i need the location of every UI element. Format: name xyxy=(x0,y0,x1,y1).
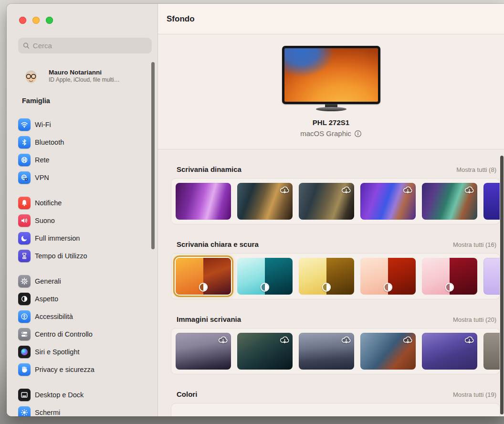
display-preview: PHL 272S1 macOS Graphic xyxy=(282,46,380,138)
profile-name: Mauro Notarianni xyxy=(49,68,120,76)
nav-group-connectivity: Wi-Fi Bluetooth Re xyxy=(7,116,158,186)
thumbnail-shelf-dynamic xyxy=(171,178,500,224)
sidebar-item-label: Siri e Spotlight xyxy=(35,348,80,356)
hourglass-icon xyxy=(18,250,31,262)
thumbnail-shelf-pictures xyxy=(171,328,500,374)
sidebar-item-desktop-e-dock[interactable]: Desktop e Dock xyxy=(7,386,158,403)
show-all-link[interactable]: Mostra tutti (16) xyxy=(453,241,496,248)
sidebar-item-aspetto[interactable]: Aspetto xyxy=(7,290,158,307)
close-button[interactable] xyxy=(19,17,26,24)
sidebar-item-label: Generali xyxy=(35,277,61,285)
sidebar-item-siri-e-spotlight[interactable]: Siri e Spotlight xyxy=(7,343,158,360)
zoom-button[interactable] xyxy=(46,17,53,24)
sidebar-item-bluetooth[interactable]: Bluetooth xyxy=(7,133,158,151)
nav-group-focus: Notifiche Suono xyxy=(7,194,158,265)
show-all-link[interactable]: Mostra tutti (20) xyxy=(453,316,496,323)
auto-appearance-icon xyxy=(383,282,393,292)
sidebar-item-accessibilita[interactable]: Accessibilità xyxy=(7,307,158,325)
sidebar-item-suono[interactable]: Suono xyxy=(7,212,158,229)
sidebar-item-full-immersion[interactable]: Full immersion xyxy=(7,229,158,247)
wallpaper-thumb-catalina-day[interactable] xyxy=(237,183,293,220)
nav-group-desktop: Desktop e Dock Schermi xyxy=(7,386,158,416)
wallpaper-thumb-ventura-selected[interactable] xyxy=(176,258,231,295)
sidebar-item-vpn[interactable]: VPN xyxy=(7,169,158,186)
show-all-link[interactable]: Mostra tutti (19) xyxy=(453,391,496,398)
sidebar-item-label: Centro di Controllo xyxy=(35,330,93,338)
wallpaper-thumb-aerial-coast[interactable] xyxy=(237,333,293,370)
show-all-link[interactable]: Mostra tutti (8) xyxy=(456,166,496,173)
sidebar-item-label: Full immersion xyxy=(35,234,80,242)
gear-icon xyxy=(18,275,31,287)
search-field[interactable] xyxy=(18,38,152,53)
speaker-icon xyxy=(18,214,31,227)
nav-group-general: Generali Aspetto xyxy=(7,272,158,378)
section-header-immagini-scrivania: Immagini scrivania Mostra tutti (20) xyxy=(177,315,496,323)
sidebar-item-centro-di-controllo[interactable]: Centro di Controllo xyxy=(7,325,158,343)
siri-icon xyxy=(18,346,31,358)
cloud-download-icon xyxy=(279,334,290,345)
wallpaper-thumb-pink-crimson[interactable] xyxy=(422,258,477,295)
sidebar-item-generali[interactable]: Generali xyxy=(7,272,158,290)
wallpaper-thumb-coastal-cliffs[interactable] xyxy=(360,333,416,370)
auto-appearance-icon xyxy=(260,282,270,292)
content-scrollbar[interactable] xyxy=(500,156,504,414)
wallpaper-thumb-cliffs-teal[interactable] xyxy=(422,183,477,220)
main-pane: Sfondo PHL 272S1 macOS Graphic xyxy=(158,4,504,416)
accessibility-icon xyxy=(18,310,31,323)
sidebar-item-label: Accessibilità xyxy=(35,313,73,320)
apple-id-profile[interactable]: Mauro Notarianni ID Apple, iCloud, file … xyxy=(20,65,149,87)
sidebar-item-privacy-e-sicurezza[interactable]: Privacy e sicurezza xyxy=(7,360,158,378)
display-brightness-icon xyxy=(18,406,31,417)
wallpaper-thumb-partial[interactable] xyxy=(483,333,500,370)
minimize-button[interactable] xyxy=(32,17,40,24)
info-icon[interactable] xyxy=(354,130,362,138)
section-header-scrivania-dinamica: Scrivania dinamica Mostra tutti (8) xyxy=(177,165,496,173)
sidebar-item-schermi[interactable]: Schermi xyxy=(7,403,158,416)
desktop-dock-icon xyxy=(18,389,31,401)
wallpaper-thumb-misty-mountains[interactable] xyxy=(176,333,231,370)
sidebar-item-label: Desktop e Dock xyxy=(35,391,84,399)
wallpaper-thumb-cyan[interactable] xyxy=(237,258,293,295)
monitor-stand-base xyxy=(316,107,346,111)
contrast-icon xyxy=(18,293,31,305)
cloud-download-icon xyxy=(341,334,352,345)
section-title: Scrivania chiara e scura xyxy=(177,240,259,248)
wallpaper-thumb-purple-rock[interactable] xyxy=(422,333,477,370)
wallpaper-scroll-area: Scrivania dinamica Mostra tutti (8) xyxy=(158,149,504,416)
display-mode-row: macOS Graphic xyxy=(282,129,380,138)
wallpaper-thumb-partial[interactable] xyxy=(483,258,500,295)
section-title: Immagini scrivania xyxy=(177,315,241,323)
display-model: PHL 272S1 xyxy=(282,118,380,127)
window-controls xyxy=(19,17,53,24)
sidebar-scrollbar[interactable] xyxy=(151,62,155,249)
thumbnail-shelf-light-dark xyxy=(171,253,500,299)
sidebar-item-label: Aspetto xyxy=(35,295,58,303)
sidebar-item-wifi[interactable]: Wi-Fi xyxy=(7,116,158,133)
pointer-caret xyxy=(326,149,336,154)
wallpaper-thumb-catalina-dark[interactable] xyxy=(299,183,354,220)
auto-appearance-icon xyxy=(322,282,332,292)
wallpaper-thumb-canyon-purple[interactable] xyxy=(360,183,416,220)
sidebar-item-famiglia[interactable]: Famiglia xyxy=(22,97,50,105)
wallpaper-thumb-monterey[interactable] xyxy=(176,183,231,220)
sidebar-item-notifiche[interactable]: Notifiche xyxy=(7,194,158,212)
system-settings-window: Mauro Notarianni ID Apple, iCloud, file … xyxy=(7,4,504,416)
monitor-wallpaper-preview xyxy=(284,48,378,102)
pane-header: Sfondo xyxy=(158,4,504,34)
sidebar-item-rete[interactable]: Rete xyxy=(7,151,158,169)
cloud-download-icon xyxy=(341,184,352,195)
search-input[interactable] xyxy=(33,42,147,50)
wallpaper-thumb-peach-red[interactable] xyxy=(360,258,416,295)
wallpaper-thumb-yellow[interactable] xyxy=(299,258,354,295)
sidebar-item-label: Privacy e sicurezza xyxy=(35,366,94,373)
sidebar-item-tempo-di-utilizzo[interactable]: Tempo di Utilizzo xyxy=(7,247,158,265)
display-mode-label: macOS Graphic xyxy=(300,129,351,138)
wallpaper-thumb-partial[interactable] xyxy=(483,183,500,220)
profile-subtitle: ID Apple, iCloud, file multi… xyxy=(49,76,120,84)
section-title: Colori xyxy=(177,390,197,398)
wallpaper-thumb-sea-rocks[interactable] xyxy=(299,333,354,370)
sidebar-item-label: Schermi xyxy=(35,409,60,416)
auto-appearance-icon xyxy=(199,282,209,292)
sidebar-item-label: VPN xyxy=(35,174,49,181)
sidebar-item-label: Rete xyxy=(35,156,50,164)
